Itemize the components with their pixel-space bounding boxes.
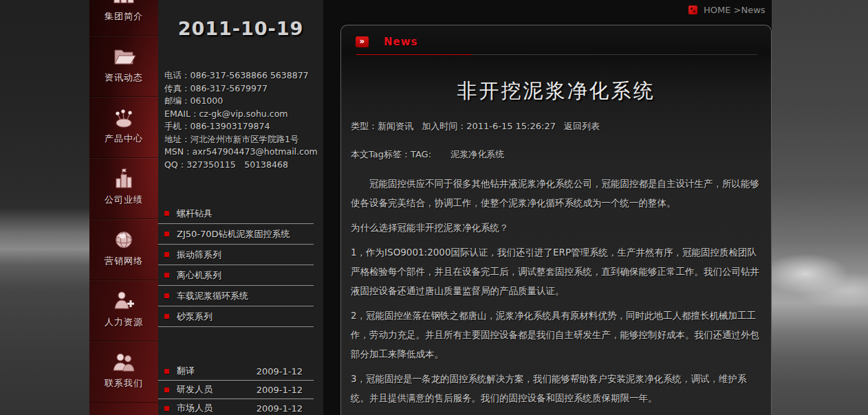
sidebar-item-label: 联系我们: [105, 377, 143, 390]
globe-icon: [113, 226, 135, 254]
drilling-tools-icon: [112, 104, 135, 131]
contact-line-zip: 邮编：061000: [164, 95, 322, 108]
contact-line-address: 地址：河北沧州市新市区学院路1号: [164, 133, 322, 146]
sidebar-item-products[interactable]: 产品中心: [89, 97, 158, 158]
contact-info: 电话：086-317-5638866 5638877 传真：086-317-56…: [164, 69, 322, 171]
article-meta: 类型：新闻资讯 加入时间：2011-6-15 15:26:27 返回列表: [351, 119, 761, 133]
sidebar-item-label: 资讯动态: [105, 71, 143, 84]
sidebar-item-label: 营销网络: [105, 255, 143, 267]
bullet-icon: [164, 211, 169, 216]
product-menu-item[interactable]: 振动筛系列: [158, 245, 314, 265]
current-date: 2011-10-19: [158, 18, 323, 39]
people-icon: [111, 348, 136, 376]
job-date: 2009-1-12: [257, 403, 314, 414]
article-type: 类型：新闻资讯: [351, 121, 413, 131]
article-time: 加入时间：2011-6-15 15:26:27: [422, 121, 556, 131]
article-paragraph: 为什么选择冠能非开挖泥浆净化系统？: [351, 218, 761, 237]
contact-line-email: EMAIL：cz-gk@vip.sohu.com: [164, 108, 322, 121]
article-paragraph: 3，冠能固控是一条龙的固控系统解决方案，我们能够帮助客户安装泥浆净化系统，调试，…: [351, 369, 761, 407]
job-list-item[interactable]: 翻译2009-1-12: [158, 362, 314, 381]
job-date: 2009-1-12: [257, 366, 314, 377]
background-photo-right: [772, 0, 868, 415]
tag-link[interactable]: 泥浆净化系统: [451, 149, 504, 159]
contact-line-mobile: 手机：086-13903179874: [164, 120, 322, 133]
article-paragraph: 1，作为ISO9001:2000国际认证，我们还引进了ERP管理系统，生产井然有…: [351, 243, 761, 300]
bullet-icon: [164, 388, 169, 392]
job-list: 翻译2009-1-12 研发人员2009-1-12 市场人员2009-1-12: [158, 362, 314, 415]
sidebar-item-marketing[interactable]: 营销网络: [89, 219, 158, 280]
sidebar-item-news[interactable]: 资讯动态: [89, 36, 158, 97]
product-menu-item[interactable]: 车载泥浆循环系统: [158, 286, 314, 306]
bullet-icon: [164, 293, 169, 298]
double-chevron-icon: »: [356, 36, 369, 47]
product-menu-item[interactable]: ZJ50-70D钻机泥浆固控系统: [158, 224, 314, 245]
content-panel: » News 非开挖泥浆净化系统 类型：新闻资讯 加入时间：2011-6-15 …: [340, 25, 772, 415]
sidebar-item-group-intro[interactable]: 集团简介: [89, 0, 158, 36]
back-to-list-link[interactable]: 返回列表: [564, 121, 600, 131]
article-paragraph: 2，冠能固控坐落在钢铁之都唐山，泥浆净化系统具有原材料优势，同时此地工人都擅长机…: [351, 306, 761, 363]
sidebar-items: 集团简介 资讯动态 产品中心 公司业绩: [89, 0, 158, 403]
job-list-item[interactable]: 研发人员2009-1-12: [158, 381, 314, 399]
bullet-icon: [164, 273, 169, 278]
section-title: News: [384, 36, 418, 48]
sidebar-item-label: 集团简介: [105, 10, 143, 23]
job-list-item[interactable]: 市场人员2009-1-12: [158, 399, 314, 415]
sidebar-item-hr[interactable]: 人力资源: [89, 280, 158, 341]
product-menu-item[interactable]: 砂泵系列: [158, 306, 314, 327]
section-header: » News: [356, 36, 771, 48]
contact-line-phone: 电话：086-317-5638866 5638877: [164, 69, 322, 82]
article-tags: 本文Tag标签：TAG: 泥浆净化系统: [351, 147, 761, 161]
breadcrumb: HOME >News: [688, 5, 766, 15]
folder-icon: [112, 43, 135, 70]
background-photo-left: [0, 0, 89, 415]
bullet-icon: [164, 314, 169, 319]
tag-label: 本文Tag标签：TAG:: [351, 149, 431, 159]
bullet-icon: [164, 369, 169, 374]
page: 集团简介 资讯动态 产品中心 公司业绩: [0, 0, 868, 415]
product-menu-item[interactable]: 螺杆钻具: [158, 203, 314, 224]
bullet-icon: [164, 406, 169, 411]
article-title: 非开挖泥浆净化系统: [351, 78, 761, 105]
sidebar-item-label: 产品中心: [105, 133, 143, 145]
bullet-icon: [164, 232, 169, 236]
product-menu: 螺杆钻具 ZJ50-70D钻机泥浆固控系统 振动筛系列 离心机系列 车载泥浆循环…: [158, 203, 314, 327]
home-icon: [688, 5, 697, 14]
sidebar-item-contact[interactable]: 联系我们: [89, 341, 158, 403]
contact-line-msn: MSN：axr547904473@hotmail.com: [164, 146, 322, 159]
org-chart-icon: [113, 0, 135, 9]
sidebar-item-performance[interactable]: 公司业绩: [89, 158, 158, 219]
product-menu-item[interactable]: 离心机系列: [158, 265, 314, 286]
contact-line-fax: 传真：086-317-5679977: [164, 82, 322, 96]
sidebar-item-label: 人力资源: [105, 316, 143, 328]
sidebar: 集团简介 资讯动态 产品中心 公司业绩: [89, 0, 158, 415]
section-divider: [356, 54, 757, 55]
info-column: 2011-10-19 电话：086-317-5638866 5638877 传真…: [158, 0, 323, 415]
building-icon: [113, 165, 135, 192]
article-paragraph: 冠能固控供应不同于很多其他钻井液泥浆净化系统公司，冠能固控都是自主设计生产，所以…: [351, 174, 761, 212]
contact-line-qq: QQ：327350115 50138468: [164, 159, 322, 172]
article-body: 冠能固控供应不同于很多其他钻井液泥浆净化系统公司，冠能固控都是自主设计生产，所以…: [351, 174, 761, 407]
breadcrumb-text[interactable]: HOME >News: [704, 5, 766, 15]
job-date: 2009-1-12: [257, 385, 314, 395]
bullet-icon: [164, 252, 169, 257]
person-add-icon: [112, 287, 135, 315]
sidebar-item-label: 公司业绩: [105, 194, 143, 206]
